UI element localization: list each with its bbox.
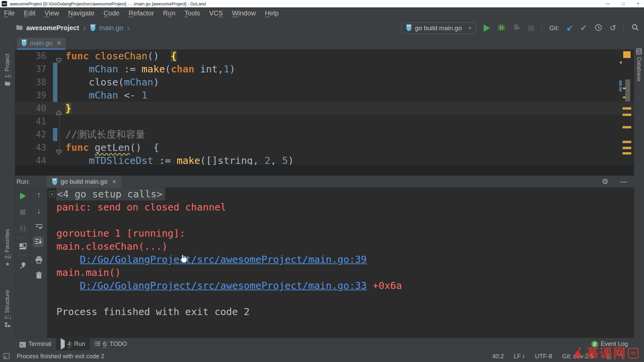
run-console[interactable]: +<4 go setup calls>panic: send on closed…: [15, 188, 634, 338]
window-title: awesomeProject [D:\Go\GolangProject\src\…: [10, 1, 206, 6]
git-update-button[interactable]: ↙: [567, 24, 573, 32]
run-tab-label: go build main.go: [61, 178, 107, 185]
run-tab-go-build[interactable]: go build main.go ✕: [47, 176, 121, 188]
code-line-43: 43func getLen() {: [15, 141, 634, 154]
line-number: 42: [15, 128, 46, 141]
inspections-status-square[interactable]: [623, 51, 631, 58]
gopher-icon: [52, 177, 58, 186]
console-stack-trace-line: D:/Go/GolangProject/src/awesomeProject/m…: [80, 279, 402, 292]
gopher-icon: [90, 23, 96, 33]
event-count-badge: 2: [591, 341, 598, 348]
history-button[interactable]: [594, 23, 602, 33]
console-line: Process finished with exit code 2: [56, 305, 250, 318]
code-text: close(mChan): [65, 76, 159, 89]
code-line-38: 38 close(mChan): [15, 76, 634, 89]
toolwindow-button-6-todo[interactable]: 6: TODO: [90, 338, 131, 350]
menu-run[interactable]: Run: [163, 9, 175, 17]
gear-icon[interactable]: ⚙: [602, 177, 608, 186]
search-icon[interactable]: [631, 23, 639, 33]
menu-edit[interactable]: Edit: [24, 9, 35, 17]
menu-tools[interactable]: Tools: [184, 9, 200, 17]
event-log-widget[interactable]: 2 Event Log: [591, 341, 628, 348]
hide-panel-icon[interactable]: —: [620, 177, 627, 186]
gopher-icon: [21, 39, 27, 48]
console-line: main.closeChan(...): [56, 240, 168, 253]
line-number: 37: [15, 63, 46, 76]
menu-vcs[interactable]: VCS: [209, 9, 223, 17]
editor-tab-bar: main.go ✕: [15, 38, 634, 50]
close-icon[interactable]: ✕: [112, 178, 116, 185]
menu-bar: FileEditViewNavigateCodeRefactorRunTools…: [0, 7, 644, 19]
editor-scrollbar-thumb[interactable]: [625, 79, 630, 102]
stripe-mark-warning: [623, 147, 631, 149]
breadcrumb-project[interactable]: awesomeProject: [26, 24, 79, 32]
tab-label: main.go: [30, 40, 53, 47]
line-number: 40: [15, 102, 46, 115]
sidebar-item-database[interactable]: Database: [636, 49, 642, 81]
file-link[interactable]: D:/Go/GolangProject/src/awesomeProject/m…: [80, 254, 367, 265]
tab-main-go[interactable]: main.go ✕: [17, 38, 65, 50]
folder-icon: [16, 24, 23, 32]
menu-navigate[interactable]: Navigate: [68, 9, 95, 17]
git-branch-widget[interactable]: Git: dev-2-5: [562, 353, 594, 360]
breadcrumb-file[interactable]: main.go: [99, 24, 123, 32]
database-icon: [636, 48, 642, 55]
sidebar-item-structure[interactable]: 7: Structure: [4, 290, 11, 327]
run-panel-title: Run:: [16, 176, 30, 188]
run-button[interactable]: [484, 24, 490, 32]
todo-list-icon: [95, 341, 100, 348]
toolwindow-button-4-run[interactable]: 4: Run: [56, 338, 90, 350]
menu-window[interactable]: Window: [232, 9, 256, 17]
encoding-widget[interactable]: UTF-8: [535, 353, 552, 360]
goland-logo-icon: GO: [2, 1, 7, 6]
code-text: mTDSliceDst := make([]string, 2, 5): [65, 154, 294, 165]
tool-window-toggle-icon[interactable]: [3, 353, 10, 361]
stripe-mark-warning: [623, 114, 631, 116]
toolwindow-button-terminal[interactable]: >_Terminal: [15, 338, 56, 350]
hammer-icon[interactable]: [619, 353, 626, 361]
vcs-change-bar: [53, 89, 57, 102]
vcs-change-bar: [53, 76, 57, 89]
stripe-mark-blue: [619, 80, 622, 86]
menu-help[interactable]: Help: [265, 9, 279, 17]
menu-file[interactable]: File: [4, 9, 15, 17]
menu-code[interactable]: Code: [104, 9, 120, 17]
breadcrumb-chevron-icon: ›: [83, 23, 86, 33]
code-line-40: 40}: [15, 102, 634, 115]
sidebar-item-favorites[interactable]: ★2: Favorites: [4, 229, 11, 266]
run-with-coverage-button[interactable]: [513, 23, 521, 33]
close-button[interactable]: ×: [637, 0, 639, 7]
git-commit-button[interactable]: ✔: [580, 24, 587, 32]
code-text: func getLen() {: [65, 141, 159, 154]
revert-button[interactable]: ↺: [610, 24, 616, 32]
run-panel-header: Run: go build main.go ✕ ⚙ —: [15, 176, 634, 188]
star-icon: ★: [5, 261, 10, 267]
caret-position-widget[interactable]: 40:2: [492, 353, 504, 360]
code-line-39: 39 mChan <- 1: [15, 89, 634, 102]
run-configuration-label: go build main.go: [415, 24, 462, 32]
maximize-button[interactable]: □: [622, 0, 625, 7]
vcs-change-bar: [53, 63, 57, 76]
mouse-hand-cursor: [179, 253, 188, 265]
line-ending-widget[interactable]: LF▲▼: [514, 353, 525, 360]
editor-bottom-gap: [15, 165, 634, 176]
run-configuration-select[interactable]: go build main.go ▼: [401, 22, 476, 34]
git-label: Git:: [549, 24, 559, 32]
code-line-36: 36func closeChan() {: [15, 50, 634, 63]
lock-icon[interactable]: [606, 353, 612, 361]
close-icon[interactable]: ✕: [57, 40, 61, 47]
gopher-icon: [406, 23, 412, 33]
menu-view[interactable]: View: [45, 9, 59, 17]
console-fold-expand-icon[interactable]: +: [49, 191, 55, 197]
menu-refactor[interactable]: Refactor: [128, 9, 154, 17]
stripe-mark-warning: [623, 107, 631, 110]
line-number: 41: [15, 115, 46, 128]
file-link[interactable]: D:/Go/GolangProject/src/awesomeProject/m…: [80, 280, 367, 291]
minimize-button[interactable]: —: [606, 0, 610, 7]
debug-button[interactable]: [497, 23, 505, 33]
code-line-41: 41: [15, 115, 634, 128]
stop-button[interactable]: [528, 25, 534, 31]
terminal-icon: >_: [19, 341, 26, 348]
sidebar-item-project[interactable]: 1: Project: [4, 54, 11, 86]
code-editor[interactable]: 36func closeChan() {37 mChan := make(cha…: [15, 50, 634, 165]
